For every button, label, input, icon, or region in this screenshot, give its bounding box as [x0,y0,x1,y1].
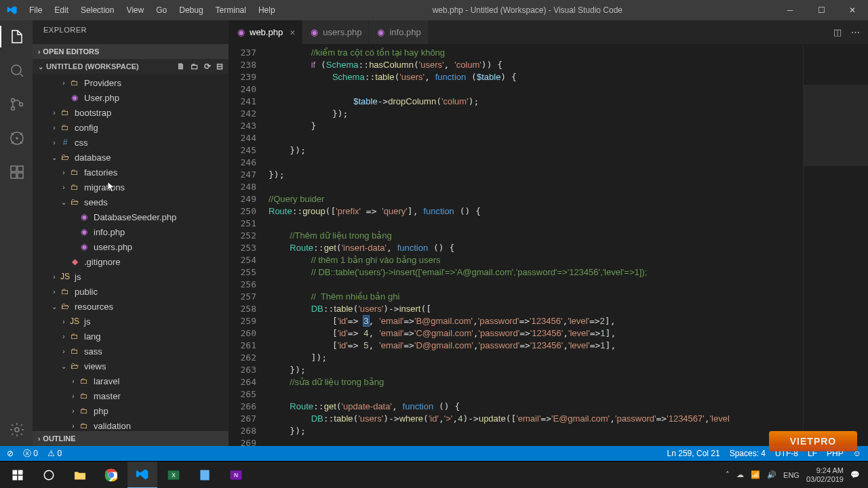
vscode-taskbar-icon[interactable] [127,462,157,489]
tree-item-validation[interactable]: ›🗀validation [33,418,229,431]
search-icon[interactable] [0,60,33,81]
svg-rect-6 [11,166,16,171]
tree-item-label: User.php [84,93,119,103]
chrome-icon[interactable] [96,462,126,489]
php-icon: ◉ [376,28,385,37]
tree-item-bootstrap[interactable]: ›🗀bootstrap [33,105,229,120]
close-icon[interactable]: × [290,27,295,38]
source-control-icon[interactable] [0,94,33,115]
tree-item-info-php[interactable]: ◉info.php [33,224,229,239]
tree-item--gitignore[interactable]: ◆.gitignore [33,254,229,269]
menu-help[interactable]: Help [253,3,281,18]
minimize-button[interactable]: ─ [774,0,806,20]
tab-info-php[interactable]: ◉info.php [369,20,428,44]
open-editors-section[interactable]: ›OPEN EDITORS [33,44,229,59]
menu-go[interactable]: Go [151,3,172,18]
js-icon: JS [60,271,71,282]
php-icon: ◉ [69,92,80,103]
main-area: EXPLORER ›OPEN EDITORS ⌄UNTITLED (WORKSP… [0,20,868,446]
tray-time: 9:24 AM [806,466,844,475]
onenote-icon[interactable]: N [221,462,251,489]
tree-item-database[interactable]: ⌄🗁database [33,150,229,165]
status-cursor[interactable]: Ln 259, Col 21 [667,449,720,458]
outline-section[interactable]: ›OUTLINE [33,431,229,446]
status-remote-icon[interactable]: ⊘ [7,449,14,458]
tray-lang[interactable]: ENG [783,471,800,479]
menu-edit[interactable]: Edit [49,3,74,18]
maximize-button[interactable]: ☐ [806,0,837,20]
tree-item-User-php[interactable]: ◉User.php [33,90,229,105]
menu-view[interactable]: View [121,3,149,18]
status-spaces[interactable]: Spaces: 4 [730,449,766,458]
tree-item-migrations[interactable]: ›🗀migrations [33,180,229,195]
tree-item-Providers[interactable]: ›🗀Providers [33,75,229,90]
tree-item-factories[interactable]: ›🗀factories [33,165,229,180]
status-errors[interactable]: ⓧ 0 [23,448,38,460]
workspace-section[interactable]: ⌄UNTITLED (WORKSPACE) 🗎 🗀 ⟳ ⊟ [33,59,229,74]
folder-icon: 🗀 [79,420,90,431]
tray-up-icon[interactable]: ˄ [726,470,730,479]
collapse-icon[interactable]: ⊟ [216,62,223,71]
code-area[interactable]: 237 238 239 240 241 242 243 244 245 246 … [229,44,868,446]
tree-item-label: js [84,317,90,327]
tree-item-laravel[interactable]: ›🗀laravel [33,373,229,388]
menu-terminal[interactable]: Terminal [210,3,252,18]
code-text[interactable]: //kiểm tra cột có tồn tại hay không if (… [269,44,803,446]
file-tree[interactable]: ›🗀Providers◉User.php›🗀bootstrap›🗀config›… [33,74,229,431]
minimap[interactable] [803,44,868,446]
excel-icon[interactable]: X [159,462,189,489]
folder-icon: 🗀 [79,390,90,401]
status-warnings[interactable]: ⚠ 0 [47,449,62,458]
svg-point-10 [15,428,19,432]
menu-debug[interactable]: Debug [174,3,208,18]
tray-clock[interactable]: 9:24 AM 03/02/2019 [806,466,844,484]
tree-item-sass[interactable]: ›🗀sass [33,344,229,359]
tree-item-users-php[interactable]: ◉users.php [33,239,229,254]
twisty-icon: › [60,79,68,87]
tree-item-DatabaseSeeder-php[interactable]: ◉DatabaseSeeder.php [33,209,229,224]
menu-selection[interactable]: Selection [75,3,119,18]
svg-point-17 [108,472,114,477]
notepad-icon[interactable] [190,462,220,489]
file-explorer-icon[interactable] [65,462,95,489]
tray-sound-icon[interactable]: 🔊 [767,470,776,479]
tray-wifi-icon[interactable]: 📶 [751,470,760,479]
tree-item-views[interactable]: ⌄🗁views [33,359,229,373]
tree-item-resources[interactable]: ⌄🗁resources [33,299,229,314]
tree-item-css[interactable]: ›#css [33,135,229,150]
svg-text:N: N [234,472,238,479]
refresh-icon[interactable]: ⟳ [204,62,211,71]
tree-item-js[interactable]: ›JSjs [33,269,229,284]
split-editor-icon[interactable]: ◫ [833,27,842,37]
php-icon: ◉ [236,28,245,37]
svg-rect-9 [18,166,23,171]
tray-notifications-icon[interactable]: 💬 [850,470,860,479]
debug-icon[interactable] [0,127,33,149]
tree-item-config[interactable]: ›🗀config [33,120,229,135]
tree-item-seeds[interactable]: ⌄🗁seeds [33,195,229,209]
tree-item-js[interactable]: ›JSjs [33,314,229,329]
tree-item-master[interactable]: ›🗀master [33,388,229,403]
new-folder-icon[interactable]: 🗀 [191,62,199,71]
close-button[interactable]: ✕ [837,0,868,20]
svg-point-0 [12,65,21,75]
tab-users-php[interactable]: ◉users.php [302,20,369,44]
extensions-icon[interactable] [0,161,33,183]
cortana-icon[interactable] [34,462,64,489]
tray-date: 03/02/2019 [806,475,844,484]
tab-web-php[interactable]: ◉web.php× [229,20,302,44]
css-icon: # [60,137,71,148]
tray-cloud-icon[interactable]: ☁ [736,470,744,479]
start-button[interactable] [3,462,33,489]
folder-open-icon: 🗁 [60,152,71,163]
new-file-icon[interactable]: 🗎 [177,62,185,71]
svg-point-15 [44,470,54,480]
more-icon[interactable]: ⋯ [851,27,860,37]
explorer-icon[interactable] [0,26,33,47]
tree-item-lang[interactable]: ›🗀lang [33,329,229,344]
twisty-icon: › [69,422,77,430]
tree-item-public[interactable]: ›🗀public [33,284,229,299]
menu-file[interactable]: File [24,3,47,18]
tree-item-php[interactable]: ›🗀php [33,403,229,418]
settings-gear-icon[interactable] [0,419,33,441]
